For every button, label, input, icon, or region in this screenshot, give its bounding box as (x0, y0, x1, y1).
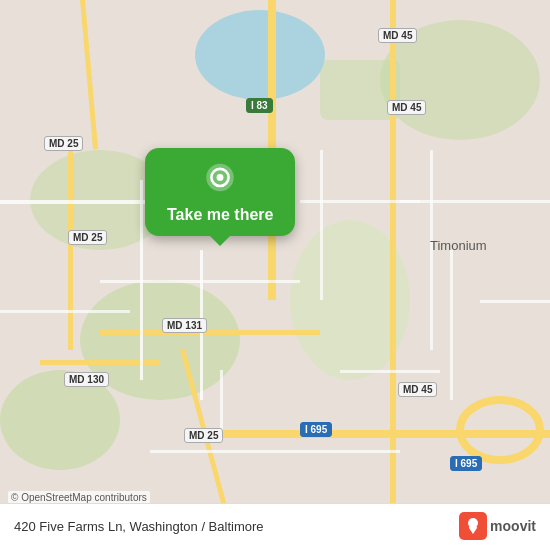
address-text: 420 Five Farms Ln, Washington / Baltimor… (14, 519, 264, 534)
map-container: Timonium MD 45 MD 45 MD 45 I 83 MD 25 MD… (0, 0, 550, 550)
svg-rect-29 (400, 200, 550, 203)
moovit-logo: moovit (459, 512, 536, 540)
svg-rect-16 (100, 330, 320, 335)
svg-rect-28 (0, 310, 130, 313)
road-badge-md45-bot: MD 45 (398, 382, 437, 397)
svg-rect-10 (390, 0, 396, 550)
svg-text:Timonium: Timonium (430, 238, 487, 253)
road-badge-i695-right: I 695 (450, 456, 482, 471)
road-badge-md131: MD 131 (162, 318, 207, 333)
road-badge-md25-top: MD 25 (44, 136, 83, 151)
svg-rect-26 (150, 450, 400, 453)
location-tooltip[interactable]: Take me there (145, 148, 295, 236)
svg-rect-20 (100, 280, 300, 283)
road-badge-i695-mid: I 695 (300, 422, 332, 437)
tooltip-label[interactable]: Take me there (167, 206, 273, 224)
svg-rect-25 (220, 370, 223, 430)
road-badge-md45-top: MD 45 (378, 28, 417, 43)
svg-rect-30 (450, 250, 453, 400)
svg-rect-31 (480, 300, 550, 303)
road-badge-md25-mid: MD 25 (68, 230, 107, 245)
svg-point-7 (195, 10, 325, 100)
road-badge-md130: MD 130 (64, 372, 109, 387)
svg-rect-12 (68, 150, 73, 350)
moovit-brand-icon (459, 512, 487, 540)
bottom-bar: 420 Five Farms Ln, Washington / Baltimor… (0, 503, 550, 550)
moovit-brand-text: moovit (490, 518, 536, 534)
svg-rect-24 (340, 370, 440, 373)
svg-rect-14 (200, 430, 550, 438)
road-badge-md45-mid: MD 45 (387, 100, 426, 115)
road-badge-i83: I 83 (246, 98, 273, 113)
tooltip-bubble[interactable]: Take me there (145, 148, 295, 236)
road-badge-md25-bot: MD 25 (184, 428, 223, 443)
location-pin-icon (202, 162, 238, 198)
svg-rect-22 (320, 150, 323, 300)
